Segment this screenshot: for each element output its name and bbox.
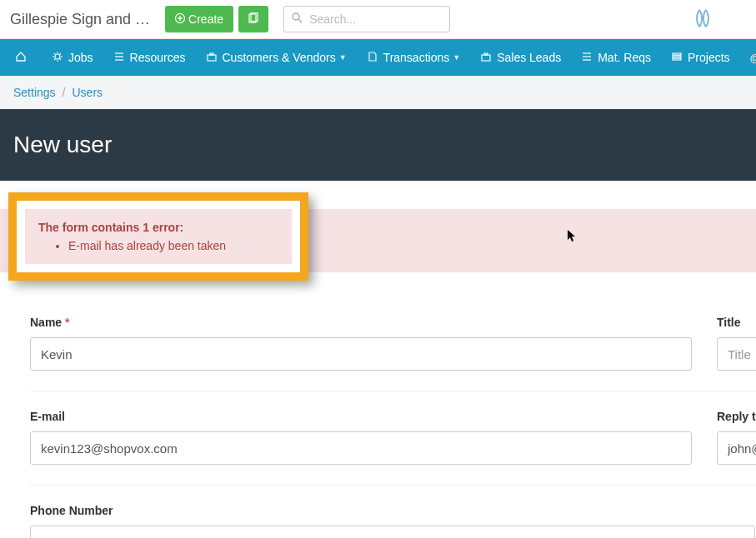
svg-rect-20	[210, 53, 213, 55]
chevron-down-icon: ▼	[339, 53, 347, 62]
required-asterisk: *	[65, 316, 69, 329]
name-label: Name *	[30, 316, 692, 329]
replyto-label: Reply to	[717, 410, 756, 423]
name-field[interactable]	[30, 337, 692, 371]
nav-transactions[interactable]: Transactions ▼	[357, 39, 471, 76]
copy-icon	[248, 12, 259, 27]
svg-point-5	[293, 13, 299, 20]
phone-label: Phone Number	[30, 504, 755, 517]
nav-customers-vendors[interactable]: Customers & Vendors ▼	[196, 39, 357, 76]
title-field[interactable]	[717, 337, 756, 371]
plus-icon	[175, 12, 185, 26]
navbar: Jobs Resources Customers & Vendors ▼ Tra…	[0, 39, 756, 76]
nav-home[interactable]	[5, 39, 42, 76]
search-icon	[292, 12, 303, 26]
list-icon	[113, 51, 125, 65]
create-button[interactable]: Create	[165, 6, 233, 32]
alert-error: The form contains 1 error: E-mail has al…	[25, 209, 292, 264]
stack-icon	[671, 51, 683, 65]
copy-button[interactable]	[238, 6, 268, 32]
form-row-name: Name * Title	[30, 297, 756, 391]
search-wrap	[283, 6, 450, 32]
svg-rect-28	[673, 58, 681, 60]
nav-label: Mat. Reqs	[598, 51, 651, 64]
briefcase-icon	[206, 51, 218, 65]
breadcrumb: Settings / Users	[0, 76, 756, 109]
alert-title: The form contains 1 error:	[38, 221, 278, 234]
chevron-down-icon: ▼	[453, 53, 460, 62]
search-input[interactable]	[283, 6, 450, 32]
nav-sales-leads[interactable]: Sales Leads	[470, 39, 571, 76]
title-label: Title	[717, 316, 756, 329]
svg-rect-21	[482, 55, 490, 61]
nav-label: Resources	[130, 51, 186, 64]
nav-resources[interactable]: Resources	[103, 39, 196, 76]
nav-label: Customers & Vendors	[223, 51, 336, 64]
svg-line-6	[298, 19, 302, 22]
svg-line-13	[60, 58, 62, 60]
nav-label: Projects	[688, 51, 730, 64]
form-row-email: E-mail Reply to	[30, 391, 756, 485]
nav-jobs[interactable]: Jobs	[42, 39, 103, 76]
topbar: Gillespie Sign and … Create	[0, 0, 756, 39]
svg-rect-27	[673, 56, 681, 57]
svg-rect-26	[673, 53, 681, 55]
error-highlight-border: The form contains 1 error: E-mail has al…	[8, 192, 308, 281]
app-logo	[691, 7, 714, 30]
gear-icon	[52, 51, 63, 65]
nav-label: Sales Leads	[497, 51, 561, 64]
form-row-phone: Phone Number	[30, 485, 756, 538]
page-title: New user	[13, 132, 112, 158]
breadcrumb-settings[interactable]: Settings	[13, 86, 56, 99]
company-name: Gillespie Sign and …	[10, 11, 150, 28]
content: The form contains 1 error: E-mail has al…	[0, 192, 756, 538]
phone-field[interactable]	[30, 526, 755, 538]
nav-mail[interactable]: @ Mai	[740, 39, 756, 76]
doc-icon	[367, 51, 378, 65]
error-highlight-wrap: The form contains 1 error: E-mail has al…	[8, 192, 308, 281]
svg-line-15	[60, 53, 62, 55]
breadcrumb-sep: /	[63, 86, 66, 99]
alert-list: E-mail has already been taken	[38, 239, 278, 252]
form: Name * Title E-mail Reply to Phone Numbe…	[0, 297, 756, 538]
svg-line-12	[54, 53, 56, 55]
at-icon: @	[750, 52, 756, 64]
email-field[interactable]	[30, 431, 692, 465]
create-label: Create	[188, 12, 223, 26]
alert-item: E-mail has already been taken	[68, 239, 278, 252]
home-icon	[15, 51, 27, 65]
nav-projects[interactable]: Projects	[661, 39, 740, 76]
breadcrumb-users[interactable]: Users	[72, 86, 103, 99]
nav-mat-reqs[interactable]: Mat. Reqs	[571, 39, 661, 76]
email-label: E-mail	[30, 410, 692, 423]
nav-label: Jobs	[68, 51, 93, 64]
svg-rect-19	[208, 55, 216, 61]
svg-point-7	[55, 54, 60, 59]
svg-line-14	[54, 58, 56, 60]
replyto-field[interactable]	[717, 431, 756, 465]
svg-rect-22	[484, 53, 488, 55]
briefcase-icon	[480, 51, 492, 65]
page-header: New user	[0, 109, 756, 181]
list-icon	[581, 51, 593, 65]
nav-label: Transactions	[383, 51, 450, 64]
